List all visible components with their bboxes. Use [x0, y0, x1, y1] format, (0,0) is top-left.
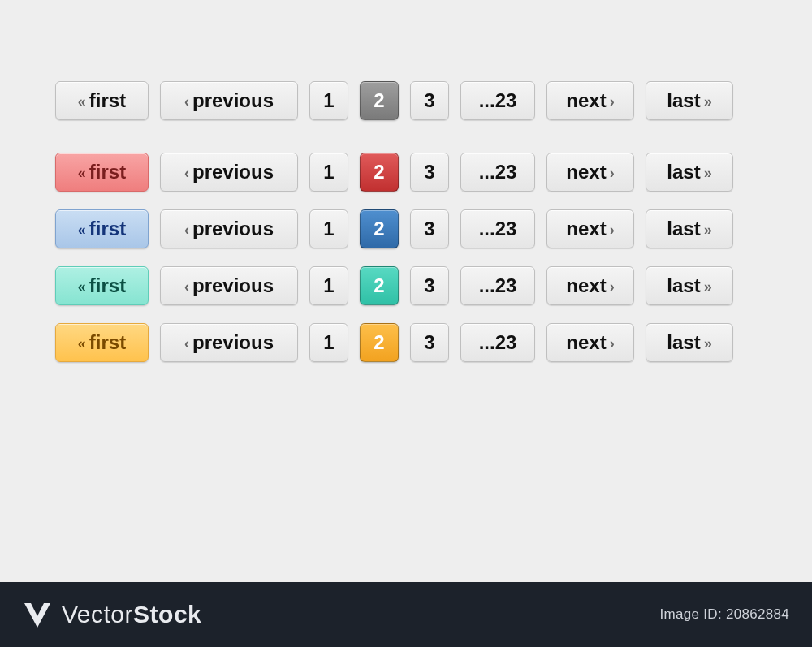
page-1-label: 1: [323, 331, 334, 354]
next-button[interactable]: next›: [546, 81, 634, 120]
pagination-row-gray: «first‹previous123...23next›last»: [55, 81, 757, 120]
page-ellipsis-button[interactable]: ...23: [460, 81, 535, 120]
single-left-icon: ‹: [184, 165, 189, 182]
page-1-button[interactable]: 1: [309, 81, 348, 120]
dbl-left-icon: «: [78, 93, 86, 110]
pagination-row-teal: «first‹previous123...23next›last»: [55, 266, 757, 305]
previous-label: previous: [192, 89, 274, 112]
next-button[interactable]: next›: [546, 266, 634, 305]
page-1-button[interactable]: 1: [309, 209, 348, 248]
page-3-label: 3: [424, 331, 434, 354]
page-ellipsis-button[interactable]: ...23: [460, 153, 535, 192]
dbl-left-icon: «: [78, 278, 86, 295]
dbl-right-icon: »: [704, 165, 712, 182]
first-button[interactable]: «first: [55, 266, 149, 305]
next-label: next: [566, 274, 606, 297]
ellipsis-label: ...23: [479, 331, 517, 354]
last-button[interactable]: last»: [646, 266, 733, 305]
page-ellipsis-button[interactable]: ...23: [460, 209, 535, 248]
previous-label: previous: [192, 331, 274, 354]
first-label: first: [89, 161, 126, 183]
page-3-button[interactable]: 3: [410, 323, 449, 362]
page-2-label: 2: [374, 274, 384, 297]
single-right-icon: ›: [610, 222, 615, 239]
dbl-right-icon: »: [704, 335, 712, 352]
single-right-icon: ›: [610, 278, 615, 295]
page-3-button[interactable]: 3: [410, 266, 449, 305]
page-2-button-current[interactable]: 2: [360, 323, 399, 362]
previous-button[interactable]: ‹previous: [160, 153, 298, 192]
next-button[interactable]: next›: [546, 153, 634, 192]
page-1-label: 1: [323, 89, 334, 112]
last-button[interactable]: last»: [646, 81, 733, 120]
page-3-label: 3: [424, 274, 434, 297]
dbl-left-icon: «: [78, 222, 86, 239]
last-label: last: [667, 274, 700, 297]
pagination-row-orange: «first‹previous123...23next›last»: [55, 323, 757, 362]
dbl-left-icon: «: [78, 165, 86, 182]
previous-button[interactable]: ‹previous: [160, 209, 298, 248]
image-id-label: Image ID: 20862884: [660, 606, 789, 623]
first-button[interactable]: «first: [55, 81, 149, 120]
next-button[interactable]: next›: [546, 209, 634, 248]
page-2-label: 2: [374, 331, 384, 354]
last-label: last: [667, 89, 700, 112]
ellipsis-label: ...23: [479, 89, 517, 112]
page-2-button-current[interactable]: 2: [360, 266, 399, 305]
footer-bar: VectorStock Image ID: 20862884: [0, 582, 812, 647]
page-2-button-current[interactable]: 2: [360, 153, 399, 192]
page-ellipsis-button[interactable]: ...23: [460, 266, 535, 305]
page-1-label: 1: [323, 161, 334, 183]
brand-thin: Vector: [62, 601, 133, 628]
dbl-right-icon: »: [704, 222, 712, 239]
ellipsis-label: ...23: [479, 274, 517, 297]
next-label: next: [566, 161, 606, 183]
previous-label: previous: [192, 218, 274, 240]
last-label: last: [667, 161, 700, 183]
dbl-right-icon: »: [704, 278, 712, 295]
page-1-button[interactable]: 1: [309, 153, 348, 192]
page-2-label: 2: [374, 89, 384, 112]
previous-label: previous: [192, 274, 274, 297]
first-button[interactable]: «first: [55, 153, 149, 192]
next-label: next: [566, 331, 606, 354]
ellipsis-label: ...23: [479, 218, 517, 240]
page-3-button[interactable]: 3: [410, 153, 449, 192]
page-2-button-current[interactable]: 2: [360, 81, 399, 120]
vectorstock-wordmark: VectorStock: [62, 601, 201, 628]
page-3-label: 3: [424, 89, 434, 112]
last-button[interactable]: last»: [646, 323, 733, 362]
previous-button[interactable]: ‹previous: [160, 81, 298, 120]
page-3-button[interactable]: 3: [410, 81, 449, 120]
brand-bold: Stock: [133, 601, 201, 628]
single-right-icon: ›: [610, 93, 615, 110]
last-button[interactable]: last»: [646, 153, 733, 192]
page-3-button[interactable]: 3: [410, 209, 449, 248]
page-1-button[interactable]: 1: [309, 323, 348, 362]
next-label: next: [566, 89, 606, 112]
next-button[interactable]: next›: [546, 323, 634, 362]
previous-label: previous: [192, 161, 274, 183]
first-button[interactable]: «first: [55, 323, 149, 362]
single-left-icon: ‹: [184, 335, 189, 352]
page-1-button[interactable]: 1: [309, 266, 348, 305]
page-2-button-current[interactable]: 2: [360, 209, 399, 248]
single-right-icon: ›: [610, 335, 615, 352]
vectorstock-logo: VectorStock: [19, 597, 201, 632]
last-button[interactable]: last»: [646, 209, 733, 248]
next-label: next: [566, 218, 606, 240]
ellipsis-label: ...23: [479, 161, 517, 183]
page-ellipsis-button[interactable]: ...23: [460, 323, 535, 362]
first-button[interactable]: «first: [55, 209, 149, 248]
pagination-row-red: «first‹previous123...23next›last»: [55, 153, 757, 192]
previous-button[interactable]: ‹previous: [160, 323, 298, 362]
single-left-icon: ‹: [184, 278, 189, 295]
single-right-icon: ›: [610, 165, 615, 182]
page-1-label: 1: [323, 274, 334, 297]
first-label: first: [89, 89, 126, 112]
single-left-icon: ‹: [184, 222, 189, 239]
page-2-label: 2: [374, 218, 384, 240]
previous-button[interactable]: ‹previous: [160, 266, 298, 305]
page-2-label: 2: [374, 161, 384, 183]
last-label: last: [667, 218, 700, 240]
